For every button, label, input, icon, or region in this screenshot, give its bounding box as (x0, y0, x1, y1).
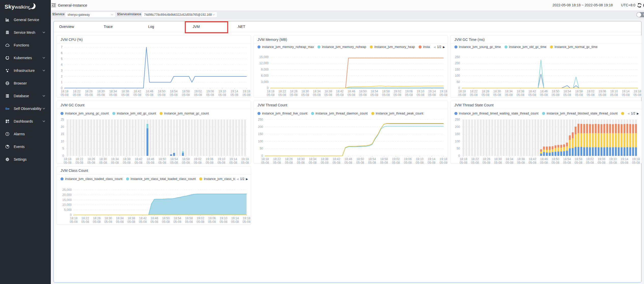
instance-select-value: 74d96c778c694c6b9b6322c62d55b765@192.168 (144, 13, 212, 16)
sidebar-item-service-mesh[interactable]: Service Mesh (0, 26, 51, 39)
toggle-label: V (643, 13, 644, 16)
service-select[interactable]: shenyu-gateway (65, 12, 116, 18)
tab-net[interactable]: .NET (233, 21, 277, 32)
sidebar-item-infrastructure[interactable]: Infrastructure (0, 64, 51, 77)
series-line (462, 74, 637, 88)
sidebar-item-functions[interactable]: Functions (0, 39, 51, 52)
bar-segment (575, 147, 576, 156)
bar-background (179, 120, 181, 156)
series-line (271, 58, 443, 88)
sidebar-item-browser[interactable]: Browser (0, 77, 51, 90)
x-axis-date-label: 05-08 (313, 93, 321, 97)
bar-segment (592, 147, 594, 156)
x-axis-date-label: 05-08 (301, 93, 309, 97)
bar-segment (621, 147, 622, 156)
x-axis-label: 18:22 (73, 90, 81, 93)
x-axis-date-label: 05-08 (505, 161, 513, 164)
bar-segment (629, 124, 631, 133)
x-axis-date-label: 05-08 (529, 161, 536, 164)
chart-plot-jvm-gc-count[interactable]: 051015202518:1805-0818:2205-0818:2605-08… (57, 101, 251, 164)
chart-plot-jvm-cpu[interactable]: 0123456718:1805-0818:2205-0818:2605-0818… (57, 36, 251, 98)
bar-background (137, 120, 140, 156)
bar-background (244, 120, 246, 156)
chart-plot-jvm-memory[interactable]: 03,0006,0009,00012,00015,00018:1805-0818… (254, 36, 448, 98)
sidebar-item-dashboards[interactable]: Dashboards (0, 115, 51, 128)
bar-segment (615, 133, 617, 147)
sidebar-item-events[interactable]: Events (0, 140, 51, 153)
x-axis-date-label: 05-08 (540, 93, 548, 97)
bar-segment (629, 147, 631, 156)
x-axis-label: 18:26 (483, 157, 490, 161)
bar-segment (580, 147, 582, 156)
bar-background (500, 120, 502, 156)
y-axis-label: 250 (258, 118, 263, 121)
bar-background (81, 120, 83, 156)
bar-segment (543, 152, 545, 156)
instance-select[interactable]: 74d96c778c694c6b9b6322c62d55b765@192.168 (142, 12, 217, 18)
tab-overview[interactable]: Overview (55, 21, 99, 32)
chart-plot-jvm-gc-time[interactable]: 05010015020025018:1805-0818:2205-0818:26… (451, 36, 642, 98)
bar-segment (612, 133, 614, 147)
x-axis-date-label: 05-08 (336, 93, 344, 97)
x-axis-date-label: 05-08 (185, 220, 193, 224)
sidebar-item-settings[interactable]: Settings (0, 153, 51, 166)
refresh-icon[interactable] (637, 3, 642, 8)
chart-plot-jvm-class-count[interactable]: 05,00010,00015,00020,00025,00018:1805-08… (57, 166, 251, 225)
sidebar-item-self-observability[interactable]: SwSelf Observability (0, 102, 51, 115)
bar-segment (540, 154, 542, 156)
bar-background (96, 120, 98, 156)
chart-plot-jvm-thread-state-count[interactable]: 05010015020025018:1805-0818:2205-0818:26… (451, 101, 642, 164)
tab-jvm[interactable]: JVM (188, 21, 233, 32)
x-axis-label: 18:26 (482, 90, 489, 93)
sidebar: Skywalking General ServiceService MeshFu… (0, 0, 51, 284)
sidebar-item-alarms[interactable]: Alarms (0, 128, 51, 140)
bar-background (188, 120, 190, 156)
y-axis-label: 150 (455, 68, 460, 71)
y-axis-label: 12,000 (259, 61, 269, 65)
x-axis-date-label: 05-08 (471, 161, 479, 164)
svg-text:Sw: Sw (5, 107, 9, 110)
sidebar-item-database[interactable]: Database (0, 90, 51, 102)
bar-segment (569, 148, 571, 156)
x-axis-date-label: 05-08 (297, 161, 305, 164)
x-axis-label: 18:46 (147, 157, 154, 161)
bar-segment (609, 147, 611, 156)
x-axis-label: 18:26 (87, 157, 95, 161)
y-axis-label: 15 (61, 132, 64, 136)
x-axis-label: 18:42 (133, 90, 141, 93)
time-range[interactable]: 2022-05-08 18:18 ~ 2022-05-08 19:18 (553, 3, 613, 7)
bar-background (494, 120, 496, 156)
x-axis-date-label: 05-08 (273, 161, 281, 164)
bar-background (185, 120, 187, 156)
y-axis-label: 10 (61, 140, 64, 143)
sidebar-item-general-service[interactable]: General Service (0, 13, 51, 26)
x-axis-date-label: 05-08 (93, 220, 101, 224)
clock-icon[interactable] (643, 3, 644, 8)
bar-segment (546, 146, 548, 150)
bar-segment (563, 147, 565, 151)
chart-plot-jvm-thread-count[interactable]: 05010015020025018:1805-0818:2205-0818:26… (254, 101, 448, 164)
series-line (65, 47, 247, 88)
view-mode-toggle[interactable]: V (636, 12, 644, 17)
chevron-down-icon (42, 57, 45, 59)
x-axis-label: 19:06 (206, 90, 214, 93)
tab-trace[interactable]: Trace (99, 21, 144, 32)
sidebar-item-kubernetes[interactable]: Kubernetes (0, 52, 51, 64)
menu-fold-icon[interactable] (52, 3, 56, 7)
x-axis-date-label: 05-08 (632, 161, 640, 164)
x-axis-label: 18:42 (139, 216, 147, 220)
x-axis-label: 18:26 (290, 90, 298, 93)
x-axis-label: 18:38 (325, 90, 332, 93)
x-axis-date-label: 05-08 (440, 93, 448, 97)
x-axis-label: 19:14 (231, 90, 238, 93)
bar-background (209, 120, 211, 156)
tab-log[interactable]: Log (144, 21, 188, 32)
x-axis-label: 18:18 (458, 90, 466, 93)
y-axis-label: 5 (61, 57, 63, 61)
toggle-knob (637, 12, 641, 17)
bar-segment (586, 124, 588, 133)
bar-background (191, 120, 193, 156)
x-axis-label: 18:18 (64, 157, 71, 161)
bar-segment (560, 145, 562, 148)
bar-segment (557, 145, 559, 147)
